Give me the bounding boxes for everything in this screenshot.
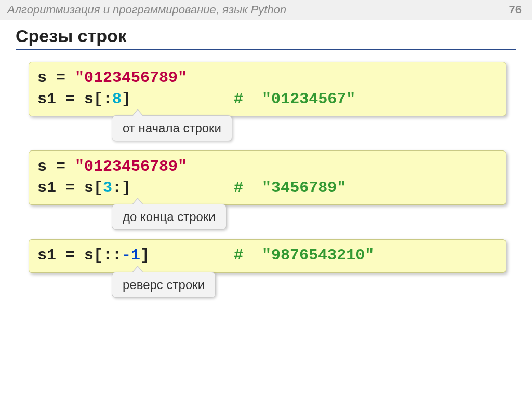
code-block-2: s = "0123456789" s1 = s[3:] # "3456789" — [29, 150, 506, 205]
title-rule — [16, 49, 516, 50]
callout-wrap: до конца строки — [29, 204, 506, 230]
code-block-1: s = "0123456789" s1 = s[:8] # "01234567" — [29, 62, 506, 116]
callout-reverse: реверс строки — [112, 272, 216, 298]
code-line: s1 = s[3:] # "3456789" — [37, 177, 497, 199]
content: s = "0123456789" s1 = s[:8] # "01234567"… — [0, 56, 532, 298]
code-line: s1 = s[:8] # "01234567" — [37, 89, 497, 110]
code-line: s = "0123456789" — [37, 67, 497, 89]
title-section: Срезы строк — [0, 20, 532, 56]
page-number: 76 — [509, 3, 522, 17]
page-title: Срезы строк — [16, 26, 516, 49]
code-line: s1 = s[::-1] # "9876543210" — [37, 245, 497, 266]
callout-to-end: до конца строки — [112, 204, 227, 230]
callout-wrap: реверс строки — [29, 272, 506, 298]
code-line: s = "0123456789" — [37, 156, 497, 177]
callout-wrap: от начала строки — [29, 115, 506, 141]
callout-from-start: от начала строки — [112, 115, 232, 141]
breadcrumb: Алгоритмизация и программирование, язык … — [7, 3, 286, 17]
code-block-3: s1 = s[::-1] # "9876543210" — [29, 239, 506, 273]
header-bar: Алгоритмизация и программирование, язык … — [0, 0, 532, 20]
